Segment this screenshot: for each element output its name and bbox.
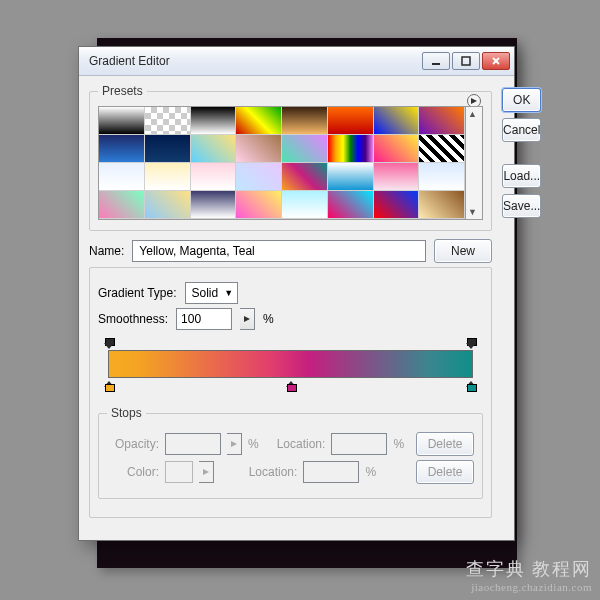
color-stepper <box>199 461 214 483</box>
ok-button[interactable]: OK <box>502 88 541 112</box>
stops-group: Stops Opacity: % Location: % Delete <box>98 406 483 499</box>
svg-marker-5 <box>203 469 209 475</box>
window-title: Gradient Editor <box>89 54 422 68</box>
svg-marker-3 <box>244 316 250 322</box>
svg-rect-0 <box>432 63 440 65</box>
preset-swatch[interactable] <box>145 107 191 135</box>
percent-label-2: % <box>248 437 259 451</box>
opacity-input <box>165 433 221 455</box>
preset-swatch[interactable] <box>374 163 420 191</box>
preset-swatch[interactable] <box>145 163 191 191</box>
preset-swatch[interactable] <box>236 163 282 191</box>
gradient-type-select[interactable]: Solid ▼ <box>185 282 239 304</box>
preset-swatch[interactable] <box>419 135 465 163</box>
titlebar[interactable]: Gradient Editor <box>79 47 514 76</box>
smoothness-label: Smoothness: <box>98 312 168 326</box>
color-location-input <box>303 461 359 483</box>
presets-grid[interactable] <box>98 106 466 220</box>
preset-swatch[interactable] <box>419 163 465 191</box>
color-location-label: Location: <box>249 465 298 479</box>
preset-swatch[interactable] <box>374 107 420 135</box>
name-label: Name: <box>89 244 124 258</box>
preset-swatch[interactable] <box>374 135 420 163</box>
preset-swatch[interactable] <box>191 163 237 191</box>
preset-swatch[interactable] <box>374 191 420 219</box>
opacity-stepper <box>227 433 242 455</box>
preset-swatch[interactable] <box>145 135 191 163</box>
preset-swatch[interactable] <box>328 163 374 191</box>
chevron-down-icon: ▼ <box>224 288 233 298</box>
preset-swatch[interactable] <box>328 135 374 163</box>
svg-marker-4 <box>231 441 237 447</box>
svg-rect-1 <box>462 57 470 65</box>
cancel-button[interactable]: Cancel <box>502 118 541 142</box>
save-button[interactable]: Save... <box>502 194 541 218</box>
gradient-editor-dialog: Gradient Editor Presets <box>78 46 515 541</box>
maximize-button[interactable] <box>452 52 480 70</box>
preset-swatch[interactable] <box>236 135 282 163</box>
opacity-location-label: Location: <box>277 437 326 451</box>
new-button[interactable]: New <box>434 239 492 263</box>
preset-swatch[interactable] <box>99 107 145 135</box>
color-stop-2[interactable] <box>466 381 477 392</box>
preset-swatch[interactable] <box>236 191 282 219</box>
percent-label-4: % <box>365 465 376 479</box>
watermark-line2: jiaocheng.chazidian.com <box>466 581 593 594</box>
svg-marker-2 <box>471 98 477 104</box>
smoothness-stepper[interactable] <box>240 308 255 330</box>
preset-swatch[interactable] <box>282 163 328 191</box>
opacity-stop-left[interactable] <box>104 338 115 349</box>
color-swatch <box>165 461 193 483</box>
gradient-bar-area[interactable] <box>98 338 483 394</box>
percent-label: % <box>263 312 274 326</box>
watermark-line1: 查字典 教程网 <box>466 559 593 581</box>
preset-swatch[interactable] <box>191 135 237 163</box>
preset-swatch[interactable] <box>328 191 374 219</box>
preset-swatch[interactable] <box>145 191 191 219</box>
presets-group: Presets <box>89 84 492 231</box>
preset-swatch[interactable] <box>99 191 145 219</box>
color-label: Color: <box>107 465 159 479</box>
presets-legend: Presets <box>98 84 147 98</box>
gradient-type-label: Gradient Type: <box>98 286 177 300</box>
gradient-bar[interactable] <box>108 350 473 378</box>
preset-swatch[interactable] <box>419 191 465 219</box>
preset-swatch[interactable] <box>328 107 374 135</box>
preset-swatch[interactable] <box>191 191 237 219</box>
close-button[interactable] <box>482 52 510 70</box>
opacity-label: Opacity: <box>107 437 159 451</box>
gradient-group: Gradient Type: Solid ▼ Smoothness: % <box>89 267 492 518</box>
preset-swatch[interactable] <box>419 107 465 135</box>
name-input[interactable] <box>132 240 426 262</box>
preset-swatch[interactable] <box>99 135 145 163</box>
watermark: 查字典 教程网 jiaocheng.chazidian.com <box>466 559 593 594</box>
color-stop-0[interactable] <box>104 381 115 392</box>
opacity-location-input <box>331 433 387 455</box>
preset-swatch[interactable] <box>236 107 282 135</box>
opacity-delete-button: Delete <box>416 432 474 456</box>
preset-swatch[interactable] <box>191 107 237 135</box>
percent-label-3: % <box>393 437 404 451</box>
load-button[interactable]: Load... <box>502 164 541 188</box>
minimize-button[interactable] <box>422 52 450 70</box>
preset-swatch[interactable] <box>99 163 145 191</box>
color-stop-1[interactable] <box>286 381 297 392</box>
preset-swatch[interactable] <box>282 107 328 135</box>
smoothness-input[interactable] <box>176 308 232 330</box>
stops-legend: Stops <box>107 406 146 420</box>
gradient-type-value: Solid <box>192 286 219 300</box>
preset-swatch[interactable] <box>282 135 328 163</box>
preset-swatch[interactable] <box>282 191 328 219</box>
color-delete-button: Delete <box>416 460 474 484</box>
opacity-stop-right[interactable] <box>466 338 477 349</box>
presets-scrollbar[interactable] <box>466 106 483 220</box>
